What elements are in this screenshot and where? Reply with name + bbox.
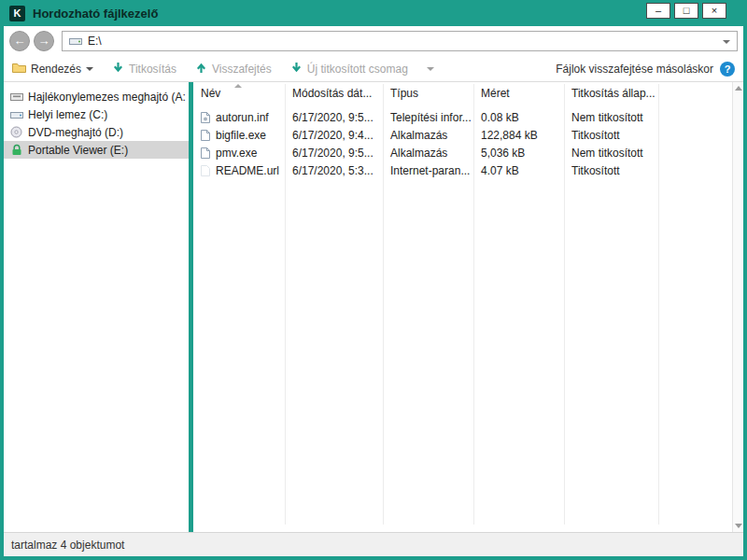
- organize-label: Rendezés: [31, 63, 81, 76]
- list-header: Név Módosítás dát... Típus Méret Titkosí…: [193, 82, 732, 105]
- application-file-icon: [199, 129, 211, 142]
- lock-icon: [9, 144, 23, 156]
- sidebar-item-local-c[interactable]: Helyi lemez (C:): [4, 105, 189, 123]
- address-dropdown-icon[interactable]: [723, 40, 730, 44]
- file-name: pmv.exe: [216, 147, 257, 160]
- floppy-drive-icon: [9, 91, 23, 103]
- maximize-button[interactable]: □: [674, 3, 698, 19]
- sidebar-item-label: Hajlékonylemezes meghajtó (A:: [28, 91, 186, 104]
- minimize-button[interactable]: –: [646, 3, 670, 19]
- sidebar-item-dvd-d[interactable]: DVD-meghajtó (D:): [4, 123, 189, 141]
- sidebar-item-label: Helyi lemez (C:): [28, 108, 107, 121]
- file-row[interactable]: autorun.inf 6/17/2020, 9:5... Telepítési…: [193, 108, 732, 126]
- file-rows: autorun.inf 6/17/2020, 9:5... Telepítési…: [193, 108, 732, 179]
- decrypt-on-copy-label[interactable]: Fájlok visszafejtése másoláskor: [556, 63, 713, 76]
- file-type: Alkalmazás: [383, 147, 473, 160]
- file-size: 5,036 kB: [473, 147, 564, 160]
- column-header-type[interactable]: Típus: [383, 82, 473, 105]
- new-package-label: Új titkosított csomag: [307, 63, 408, 76]
- decrypt-label: Visszafejtés: [212, 63, 272, 76]
- sidebar-item-floppy-a[interactable]: Hajlékonylemezes meghajtó (A:: [4, 88, 189, 105]
- help-info-icon[interactable]: ?: [720, 62, 735, 77]
- drive-sidebar: Hajlékonylemezes meghajtó (A: Helyi leme…: [4, 82, 189, 532]
- file-name: bigfile.exe: [216, 129, 266, 142]
- new-package-dropdown-icon: [427, 67, 434, 71]
- encrypt-label: Titkosítás: [129, 63, 176, 76]
- client-area: ← → E:\ Rendezés: [4, 26, 743, 556]
- organize-button[interactable]: Rendezés: [12, 62, 93, 76]
- toolbar-right-group: Fájlok visszafejtése másoláskor ?: [556, 62, 735, 77]
- file-name: autorun.inf: [216, 111, 269, 124]
- sidebar-item-label: DVD-meghajtó (D:): [28, 126, 123, 139]
- kaspersky-logo-icon: K: [9, 6, 25, 21]
- new-encrypted-package-button[interactable]: Új titkosított csomag: [290, 62, 408, 77]
- file-size: 0.08 kB: [473, 111, 564, 124]
- toolbar: Rendezés Titkosítás Visszafejtés Új: [4, 56, 743, 82]
- organize-folder-icon: [12, 62, 26, 76]
- sort-ascending-icon: [234, 84, 242, 88]
- file-modified: 6/17/2020, 9:5...: [285, 147, 383, 160]
- close-button[interactable]: ×: [702, 3, 726, 19]
- file-list: Név Módosítás dát... Típus Méret Titkosí…: [193, 82, 732, 532]
- file-row[interactable]: README.url 6/17/2020, 5:3... Internet-pa…: [193, 161, 732, 179]
- back-button[interactable]: ←: [9, 31, 30, 51]
- column-header-name[interactable]: Név: [193, 82, 285, 105]
- file-type: Internet-paran...: [383, 164, 473, 177]
- file-modified: 6/17/2020, 5:3...: [285, 164, 383, 177]
- column-header-modified[interactable]: Módosítás dát...: [285, 82, 383, 105]
- content-area: Hajlékonylemezes meghajtó (A: Helyi leme…: [4, 82, 743, 532]
- new-package-arrow-icon: [290, 62, 303, 77]
- new-package-dropdown[interactable]: [427, 67, 434, 71]
- scroll-down-icon[interactable]: [735, 524, 742, 528]
- sidebar-item-portable-viewer-e[interactable]: Portable Viewer (E:): [4, 141, 189, 159]
- drive-icon: [68, 35, 82, 47]
- portable-file-manager-window: K Hordozható fájlkezelő – □ × ← → E:\: [0, 0, 747, 560]
- setup-file-icon: [199, 111, 211, 124]
- address-text: E:\: [88, 35, 102, 48]
- encrypt-button[interactable]: Titkosítás: [112, 62, 176, 77]
- encrypt-arrow-icon: [112, 62, 124, 77]
- file-modified: 6/17/2020, 9:4...: [285, 129, 383, 142]
- file-name: README.url: [216, 164, 279, 177]
- address-bar[interactable]: E:\: [62, 31, 738, 51]
- vertical-scrollbar[interactable]: [732, 82, 743, 532]
- file-encryption-status: Nem titkosított: [564, 111, 658, 124]
- file-type: Telepítési infor...: [383, 111, 473, 124]
- file-encryption-status: Nem titkosított: [564, 147, 658, 160]
- decrypt-arrow-icon: [195, 62, 207, 77]
- status-bar: tartalmaz 4 objektumot: [4, 532, 743, 556]
- url-file-icon: [199, 164, 211, 177]
- status-text: tartalmaz 4 objektumot: [11, 539, 124, 552]
- file-size: 122,884 kB: [473, 129, 564, 142]
- decrypt-button[interactable]: Visszafejtés: [195, 62, 272, 77]
- file-encryption-status: Titkosított: [564, 129, 658, 142]
- sidebar-item-label: Portable Viewer (E:): [28, 144, 128, 157]
- file-encryption-status: Titkosított: [564, 164, 658, 177]
- window-title: Hordozható fájlkezelő: [33, 7, 158, 21]
- application-file-icon: [199, 147, 211, 160]
- file-row[interactable]: pmv.exe 6/17/2020, 9:5... Alkalmazás 5,0…: [193, 144, 732, 161]
- column-header-status[interactable]: Titkosítás állap...: [564, 82, 658, 105]
- file-modified: 6/17/2020, 9:5...: [285, 111, 383, 124]
- forward-button[interactable]: →: [34, 31, 54, 51]
- file-type: Alkalmazás: [383, 129, 473, 142]
- column-header-size[interactable]: Méret: [473, 82, 564, 105]
- window-controls: – □ ×: [646, 3, 726, 19]
- hard-disk-icon: [9, 109, 23, 120]
- file-row[interactable]: bigfile.exe 6/17/2020, 9:4... Alkalmazás…: [193, 126, 732, 144]
- scroll-up-icon[interactable]: [735, 86, 742, 91]
- file-size: 4.07 kB: [473, 164, 564, 177]
- dvd-drive-icon: [9, 126, 23, 138]
- titlebar[interactable]: K Hordozható fájlkezelő – □ ×: [0, 0, 747, 26]
- organize-dropdown-icon: [86, 67, 93, 71]
- navigation-bar: ← → E:\: [4, 26, 743, 56]
